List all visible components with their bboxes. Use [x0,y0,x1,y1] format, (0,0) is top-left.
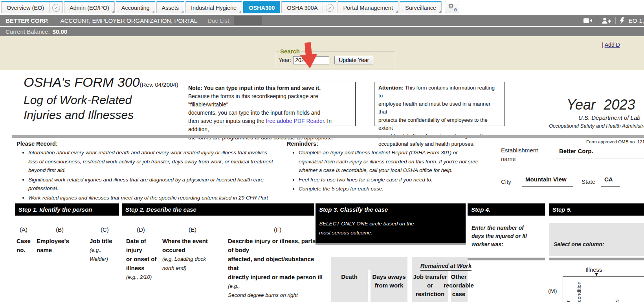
flash-icon[interactable] [620,17,625,24]
administration-label: Occupational Safety and Health Administr… [549,123,644,129]
tab-bar: Overview (EO) ↗ Admin (EO/PO) Accounting… [0,0,644,15]
tab-corner-icon [152,11,154,13]
column-a-heading: Case no. [17,236,31,254]
column-f-heading: Describe injury or illness, parts of bod… [228,236,324,300]
tab-assets[interactable]: Assets [156,1,185,13]
field-underline [556,159,644,159]
note-box: Note: You can type input into this form … [184,82,356,126]
due-list-dropdown[interactable] [234,16,262,25]
state-value: CA [604,176,613,183]
city-label: City [501,178,511,186]
settings-button[interactable]: ⚙ ⚙ [445,1,459,13]
field-underline [522,186,573,187]
form-subtitle: Log of Work-Related Injuries and Illness… [24,93,134,123]
divider [615,17,616,24]
omb-approval: Form approved OMB no. 121 [586,139,644,144]
step1-header: Step 1. Identify the person [15,203,119,216]
add-link[interactable]: Add D [605,42,620,48]
tab-overview-eo[interactable]: Overview (EO) ↗ [1,1,63,13]
account-bar: BETTER CORP. ACCOUNT, EMPLOYER ORGANIZAT… [0,15,644,26]
reminders-heading: Reminders: [287,141,318,147]
note-heading: Note: You can type input into this form … [188,84,351,92]
balance-bar: Current Balance: $0.00 [0,27,644,36]
step2-header: Step 2. Describe the case [122,203,314,216]
m-column-label: (M) [548,287,557,294]
add-person-icon[interactable] [602,17,611,24]
link-separator: | [602,42,604,48]
update-year-button[interactable]: Update Year [334,56,373,64]
tab-corner-icon [182,11,183,13]
step4-header: Step 4. [468,203,545,216]
reminders-list: Complete an Injury and Illness Incident … [290,148,479,194]
year-label: Year: [279,57,291,63]
pdf-reader-link[interactable]: free adobe PDF Reader [266,118,324,124]
establishment-label: Establishment name [501,146,538,163]
osha-form-300: OSHA's FORM 300(Rev. 04/2004) Log of Wor… [12,70,644,302]
company-name: BETTER CORP. [6,17,49,24]
establishment-value: Better Corp. [559,148,593,154]
red-arrow-annotation [296,42,321,70]
tab-corner-icon [439,11,441,13]
form-year: Year 2023 [567,97,635,113]
department-label: U.S. Department of Lab [578,114,640,121]
tab-osha300-active[interactable]: OSHA300 [243,1,280,13]
gear-icon: ⚙ [448,2,454,11]
tab-corner-icon [112,11,114,13]
down-arrow-icon [595,273,598,276]
step4-instruction: Enter the number of days the injured or … [472,224,527,249]
step5-header: Step 5. [549,203,644,216]
column-c-heading: Job title (e.g., Welder) [90,236,112,264]
illness-column-label-3: s [614,300,620,302]
column-e-heading: Where the event occured (e.g, Loading do… [162,236,208,273]
column-gap [368,270,371,302]
step5-panel [549,223,644,256]
gear-icon-small: ⚙ [453,7,457,13]
tab-industrial-hygiene[interactable]: Industrial Hygiene [185,1,242,13]
tab-portal-management[interactable]: Portal Management [338,1,398,13]
illness-label: Illness [585,266,602,273]
step3-shadow [316,243,466,245]
context-code: EO-1, [629,17,644,24]
step5-separator [549,258,644,260]
attention-box: Attention: This form contains informatio… [374,82,505,126]
external-link-icon: ↗ [52,4,60,12]
step3-instruction: SELECT ONLY ONE circle based on the most… [319,219,466,237]
days-away-column-label: Days aways from work [371,273,407,290]
illness-columns-box [563,276,644,302]
divider [597,17,597,24]
remained-at-work-heading: Remained at Work [416,262,475,271]
external-link-icon: ↗ [326,4,334,12]
tab-admin-eo-po[interactable]: Admin (EO/PO) [64,1,115,13]
overview-external-link-button[interactable]: ↗ [49,2,62,13]
column-b-heading: Employee's name [37,236,69,254]
tab-osha300a[interactable]: OSHA 300A ↗ [281,1,336,13]
city-value: Mountain View [525,176,567,183]
other-recordable-column-label: Other recordable case [442,273,475,298]
tab-corner-icon [396,11,398,13]
step5-instruction: Select one column: [554,241,604,247]
column-d-heading: Date of injury or onset of illness (e.g.… [126,236,157,282]
form-title-line: OSHA's FORM 300(Rev. 04/2004) [24,75,178,90]
osha300-page: Overview (EO) ↗ Admin (EO/PO) Accounting… [0,0,644,302]
form-title: OSHA's FORM 300 [24,75,140,90]
state-label: State [582,178,595,186]
section-separator [12,135,644,138]
form-revision: (Rev. 04/2004) [140,81,178,88]
add-link-area: | Add D [602,42,620,48]
illness-column-label-1: r [565,300,571,302]
video-camera-icon[interactable] [583,18,593,24]
tab-corner-icon [239,11,241,13]
illness-column-label-2: condition [576,282,582,302]
death-column-label: Death [331,273,368,281]
balance-label: Current Balance: [6,28,50,35]
form-year-value: 2023 [604,97,635,113]
divider [528,90,528,126]
due-list-label: Due List: [207,17,231,24]
tab-surveillance[interactable]: Surveillance [400,1,442,13]
account-context: ACCOUNT, EMPLOYER ORGANIZATION, PORTAL [61,17,197,24]
field-underline [601,186,620,187]
tab-accounting[interactable]: Accounting [116,1,155,13]
balance-value: $0.00 [53,28,68,35]
osha300a-external-link-button[interactable]: ↗ [323,2,336,13]
please-record-list: Information about every work-related dea… [20,148,275,212]
